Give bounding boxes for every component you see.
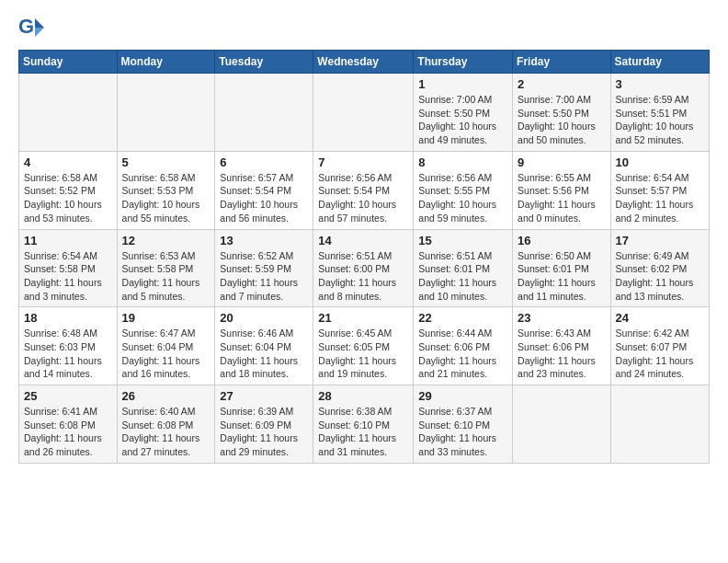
calendar-cell	[610, 385, 709, 464]
day-info: Sunrise: 6:49 AM Sunset: 6:02 PM Dayligh…	[616, 249, 704, 304]
day-info: Sunrise: 6:58 AM Sunset: 5:53 PM Dayligh…	[122, 171, 210, 225]
calendar-cell: 4Sunrise: 6:58 AM Sunset: 5:52 PM Daylig…	[19, 151, 118, 229]
day-info: Sunrise: 6:56 AM Sunset: 5:54 PM Dayligh…	[318, 171, 408, 225]
day-info: Sunrise: 6:41 AM Sunset: 6:08 PM Dayligh…	[24, 405, 112, 459]
svg-marker-1	[35, 18, 44, 28]
calendar-cell: 22Sunrise: 6:44 AM Sunset: 6:06 PM Dayli…	[414, 307, 513, 385]
calendar-week-row: 25Sunrise: 6:41 AM Sunset: 6:08 PM Dayli…	[19, 385, 710, 464]
day-number: 14	[318, 234, 408, 247]
day-number: 15	[418, 234, 507, 247]
calendar-cell: 10Sunrise: 6:54 AM Sunset: 5:57 PM Dayli…	[610, 151, 709, 229]
day-info: Sunrise: 6:43 AM Sunset: 6:06 PM Dayligh…	[518, 327, 606, 381]
day-number: 23	[518, 311, 606, 325]
day-number: 3	[616, 77, 704, 91]
day-info: Sunrise: 6:38 AM Sunset: 6:10 PM Dayligh…	[318, 405, 408, 459]
day-number: 25	[24, 389, 112, 403]
day-number: 17	[616, 234, 704, 247]
day-number: 11	[24, 234, 112, 247]
day-info: Sunrise: 6:45 AM Sunset: 6:05 PM Dayligh…	[318, 327, 408, 381]
calendar-cell	[513, 385, 611, 464]
calendar-week-row: 4Sunrise: 6:58 AM Sunset: 5:52 PM Daylig…	[19, 151, 710, 229]
day-info: Sunrise: 6:57 AM Sunset: 5:54 PM Dayligh…	[220, 171, 308, 225]
day-info: Sunrise: 6:37 AM Sunset: 6:10 PM Dayligh…	[418, 405, 507, 459]
calendar-cell: 5Sunrise: 6:58 AM Sunset: 5:53 PM Daylig…	[117, 151, 215, 229]
calendar-page: G SundayMondayTuesdayWednesdayThursdayFr…	[0, 0, 728, 473]
logo-icon: G	[18, 15, 44, 40]
calendar-cell	[215, 74, 313, 152]
day-number: 2	[518, 77, 606, 91]
day-info: Sunrise: 6:56 AM Sunset: 5:55 PM Dayligh…	[418, 171, 507, 225]
calendar-cell: 21Sunrise: 6:45 AM Sunset: 6:05 PM Dayli…	[313, 307, 414, 385]
calendar-cell: 7Sunrise: 6:56 AM Sunset: 5:54 PM Daylig…	[313, 151, 414, 229]
calendar-cell: 20Sunrise: 6:46 AM Sunset: 6:04 PM Dayli…	[215, 307, 313, 385]
day-number: 18	[24, 311, 112, 325]
day-info: Sunrise: 6:51 AM Sunset: 6:00 PM Dayligh…	[318, 249, 408, 304]
day-number: 22	[418, 311, 507, 325]
calendar-cell: 9Sunrise: 6:55 AM Sunset: 5:56 PM Daylig…	[513, 151, 611, 229]
day-number: 19	[122, 311, 210, 325]
day-number: 20	[220, 311, 308, 325]
day-info: Sunrise: 6:50 AM Sunset: 6:01 PM Dayligh…	[518, 249, 606, 304]
calendar-cell: 16Sunrise: 6:50 AM Sunset: 6:01 PM Dayli…	[513, 229, 611, 307]
calendar-cell	[19, 74, 118, 152]
calendar-cell: 13Sunrise: 6:52 AM Sunset: 5:59 PM Dayli…	[215, 229, 313, 307]
calendar-cell: 17Sunrise: 6:49 AM Sunset: 6:02 PM Dayli…	[610, 229, 709, 307]
day-number: 16	[518, 234, 606, 247]
calendar-cell: 18Sunrise: 6:48 AM Sunset: 6:03 PM Dayli…	[19, 307, 118, 385]
calendar-cell: 19Sunrise: 6:47 AM Sunset: 6:04 PM Dayli…	[117, 307, 215, 385]
day-info: Sunrise: 6:53 AM Sunset: 5:58 PM Dayligh…	[122, 249, 210, 304]
calendar-cell: 28Sunrise: 6:38 AM Sunset: 6:10 PM Dayli…	[313, 385, 414, 464]
logo: G	[18, 15, 48, 40]
calendar-cell: 15Sunrise: 6:51 AM Sunset: 6:01 PM Dayli…	[414, 229, 513, 307]
day-info: Sunrise: 6:52 AM Sunset: 5:59 PM Dayligh…	[220, 249, 308, 304]
calendar-cell: 25Sunrise: 6:41 AM Sunset: 6:08 PM Dayli…	[19, 385, 118, 464]
header-row: SundayMondayTuesdayWednesdayThursdayFrid…	[19, 51, 710, 74]
day-number: 7	[318, 155, 408, 169]
day-info: Sunrise: 6:59 AM Sunset: 5:51 PM Dayligh…	[616, 93, 704, 147]
day-info: Sunrise: 6:39 AM Sunset: 6:09 PM Dayligh…	[220, 405, 308, 459]
calendar-week-row: 1Sunrise: 7:00 AM Sunset: 5:50 PM Daylig…	[19, 74, 710, 152]
day-info: Sunrise: 6:54 AM Sunset: 5:58 PM Dayligh…	[24, 249, 112, 304]
day-number: 24	[616, 311, 704, 325]
day-info: Sunrise: 6:55 AM Sunset: 5:56 PM Dayligh…	[518, 171, 606, 225]
day-info: Sunrise: 6:40 AM Sunset: 6:08 PM Dayligh…	[122, 405, 210, 459]
calendar-cell: 26Sunrise: 6:40 AM Sunset: 6:08 PM Dayli…	[117, 385, 215, 464]
calendar-cell: 12Sunrise: 6:53 AM Sunset: 5:58 PM Dayli…	[117, 229, 215, 307]
calendar-cell: 1Sunrise: 7:00 AM Sunset: 5:50 PM Daylig…	[414, 74, 513, 152]
day-info: Sunrise: 7:00 AM Sunset: 5:50 PM Dayligh…	[418, 93, 507, 147]
calendar-cell: 6Sunrise: 6:57 AM Sunset: 5:54 PM Daylig…	[215, 151, 313, 229]
day-info: Sunrise: 6:42 AM Sunset: 6:07 PM Dayligh…	[616, 327, 704, 381]
header-day: Friday	[513, 51, 611, 74]
day-number: 5	[122, 155, 210, 169]
calendar-cell: 2Sunrise: 7:00 AM Sunset: 5:50 PM Daylig…	[513, 74, 611, 152]
day-info: Sunrise: 6:48 AM Sunset: 6:03 PM Dayligh…	[24, 327, 112, 381]
day-info: Sunrise: 6:46 AM Sunset: 6:04 PM Dayligh…	[220, 327, 308, 381]
day-number: 4	[24, 155, 112, 169]
day-number: 26	[122, 389, 210, 403]
day-number: 29	[418, 389, 507, 403]
day-info: Sunrise: 6:51 AM Sunset: 6:01 PM Dayligh…	[418, 249, 507, 304]
calendar-table: SundayMondayTuesdayWednesdayThursdayFrid…	[18, 50, 710, 464]
day-number: 6	[220, 155, 308, 169]
calendar-week-row: 11Sunrise: 6:54 AM Sunset: 5:58 PM Dayli…	[19, 229, 710, 307]
svg-marker-2	[35, 28, 44, 37]
day-number: 9	[518, 155, 606, 169]
calendar-week-row: 18Sunrise: 6:48 AM Sunset: 6:03 PM Dayli…	[19, 307, 710, 385]
header-day: Tuesday	[215, 51, 313, 74]
day-number: 13	[220, 234, 308, 247]
day-info: Sunrise: 6:44 AM Sunset: 6:06 PM Dayligh…	[418, 327, 507, 381]
header-day: Saturday	[610, 51, 709, 74]
day-info: Sunrise: 6:54 AM Sunset: 5:57 PM Dayligh…	[616, 171, 704, 225]
header-day: Thursday	[414, 51, 513, 74]
calendar-cell	[313, 74, 414, 152]
calendar-cell: 23Sunrise: 6:43 AM Sunset: 6:06 PM Dayli…	[513, 307, 611, 385]
header: G	[18, 15, 710, 40]
day-number: 12	[122, 234, 210, 247]
header-day: Wednesday	[313, 51, 414, 74]
calendar-cell: 27Sunrise: 6:39 AM Sunset: 6:09 PM Dayli…	[215, 385, 313, 464]
day-info: Sunrise: 6:47 AM Sunset: 6:04 PM Dayligh…	[122, 327, 210, 381]
calendar-cell	[117, 74, 215, 152]
day-info: Sunrise: 6:58 AM Sunset: 5:52 PM Dayligh…	[24, 171, 112, 225]
svg-text:G: G	[18, 15, 34, 38]
calendar-cell: 11Sunrise: 6:54 AM Sunset: 5:58 PM Dayli…	[19, 229, 118, 307]
